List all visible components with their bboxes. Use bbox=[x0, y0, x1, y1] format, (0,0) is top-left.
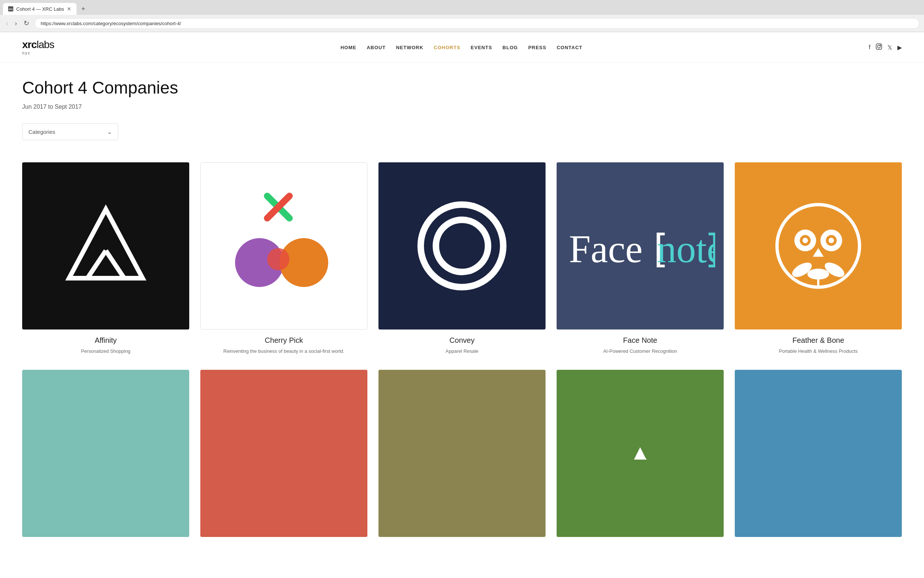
company-desc: Reinventing the business of beauty in a … bbox=[223, 347, 344, 355]
forward-button[interactable]: › bbox=[13, 18, 18, 29]
company-desc: Personalized Shopping bbox=[81, 347, 131, 355]
svg-point-1 bbox=[877, 45, 880, 48]
main-nav: HOME ABOUT NETWORK COHORTS EVENTS BLOG P… bbox=[340, 45, 583, 50]
svg-point-22 bbox=[803, 238, 808, 244]
bottom-card-4[interactable] bbox=[557, 370, 724, 537]
categories-label: Categories bbox=[29, 129, 55, 135]
companies-grid: Affinity Personalized Shopping bbox=[22, 162, 902, 355]
svg-line-5 bbox=[106, 250, 124, 278]
bottom-logo-5 bbox=[735, 370, 902, 537]
company-card-cherry-pick[interactable]: Cherry Pick Reinventing the business of … bbox=[200, 162, 367, 355]
company-card-feather-bone[interactable]: Feather & Bone Portable Health & Wellnes… bbox=[735, 162, 902, 355]
site-header: xrclabs nyc HOME ABOUT NETWORK COHORTS E… bbox=[0, 32, 924, 63]
twitter-icon[interactable]: 𝕏 bbox=[887, 44, 892, 51]
nav-press[interactable]: PRESS bbox=[528, 45, 546, 50]
company-name: Convey bbox=[450, 336, 474, 345]
svg-line-4 bbox=[87, 250, 106, 278]
bottom-logo-2 bbox=[200, 370, 367, 537]
company-name: Feather & Bone bbox=[793, 336, 844, 345]
instagram-icon[interactable] bbox=[875, 43, 882, 51]
company-name: Cherry Pick bbox=[265, 336, 303, 345]
svg-point-12 bbox=[436, 220, 488, 272]
convey-logo bbox=[379, 162, 545, 330]
svg-text:]: ] bbox=[702, 226, 715, 272]
browser-chrome: xrc Cohort 4 — XRC Labs ✕ + ‹ › ↻ https:… bbox=[0, 0, 924, 32]
youtube-icon[interactable]: ▶ bbox=[897, 44, 902, 51]
bottom-logo-3 bbox=[379, 370, 545, 537]
bottom-logo-4 bbox=[557, 370, 724, 537]
back-button[interactable]: ‹ bbox=[5, 18, 10, 29]
nav-home[interactable]: HOME bbox=[340, 45, 356, 50]
nav-network[interactable]: NETWORK bbox=[396, 45, 423, 50]
bottom-card-5[interactable] bbox=[735, 370, 902, 537]
reload-button[interactable]: ↻ bbox=[22, 18, 31, 29]
bottom-companies-row bbox=[22, 370, 902, 537]
bottom-card-2[interactable] bbox=[200, 370, 367, 537]
company-desc: Portable Health & Wellness Products bbox=[779, 347, 858, 355]
tab-favicon: xrc bbox=[8, 6, 13, 11]
logo[interactable]: xrclabs nyc bbox=[22, 40, 54, 55]
svg-rect-0 bbox=[876, 44, 882, 50]
new-tab-button[interactable]: + bbox=[78, 4, 88, 14]
bottom-logo-1 bbox=[22, 370, 189, 537]
logo-subtitle: nyc bbox=[22, 51, 31, 55]
tab-title: Cohort 4 — XRC Labs bbox=[16, 6, 64, 12]
address-bar: ‹ › ↻ https://www.xrclabs.com/category/e… bbox=[0, 15, 924, 32]
url-bar[interactable]: https://www.xrclabs.com/category/ecosyst… bbox=[34, 18, 919, 29]
company-card-face-note[interactable]: Face [ note ] Face Note AI-Powered Custo… bbox=[557, 162, 724, 355]
logo-text: xrclabs bbox=[22, 40, 54, 50]
tab-close-button[interactable]: ✕ bbox=[67, 6, 71, 12]
categories-dropdown[interactable]: Categories ⌄ bbox=[22, 123, 118, 140]
main-content: Cohort 4 Companies Jun 2017 to Sept 2017… bbox=[0, 63, 924, 552]
svg-point-10 bbox=[267, 248, 290, 270]
company-card-affinity[interactable]: Affinity Personalized Shopping bbox=[22, 162, 189, 355]
company-name: Face Note bbox=[623, 336, 657, 345]
featherbone-logo bbox=[735, 162, 902, 330]
affinity-logo bbox=[22, 162, 189, 330]
chevron-down-icon: ⌄ bbox=[107, 128, 112, 135]
svg-marker-3 bbox=[69, 209, 142, 278]
tab-bar: xrc Cohort 4 — XRC Labs ✕ + bbox=[0, 0, 924, 15]
social-icons: f 𝕏 ▶ bbox=[869, 43, 902, 51]
nav-blog[interactable]: BLOG bbox=[503, 45, 518, 50]
company-card-convey[interactable]: Convey Apparel Resale bbox=[379, 162, 545, 355]
company-name: Affinity bbox=[95, 336, 117, 345]
svg-point-2 bbox=[880, 45, 881, 45]
logo-light-text: labs bbox=[37, 39, 54, 50]
cherry-pick-logo bbox=[200, 162, 367, 330]
bottom-card-3[interactable] bbox=[379, 370, 545, 537]
page-title: Cohort 4 Companies bbox=[22, 78, 902, 97]
facebook-icon[interactable]: f bbox=[869, 44, 871, 51]
svg-marker-24 bbox=[813, 248, 824, 257]
facenote-logo: Face [ note ] bbox=[557, 162, 724, 330]
nav-events[interactable]: EVENTS bbox=[471, 45, 492, 50]
svg-point-23 bbox=[829, 238, 834, 244]
page: xrclabs nyc HOME ABOUT NETWORK COHORTS E… bbox=[0, 32, 924, 578]
nav-about[interactable]: ABOUT bbox=[367, 45, 385, 50]
page-subtitle: Jun 2017 to Sept 2017 bbox=[22, 104, 902, 110]
nav-cohorts[interactable]: COHORTS bbox=[434, 45, 461, 50]
company-desc: AI-Powered Customer Recognition bbox=[603, 347, 677, 355]
nav-contact[interactable]: CONTACT bbox=[557, 45, 583, 50]
bottom-card-1[interactable] bbox=[22, 370, 189, 537]
active-tab[interactable]: xrc Cohort 4 — XRC Labs ✕ bbox=[3, 3, 76, 15]
company-desc: Apparel Resale bbox=[446, 347, 479, 355]
svg-text:Face: Face bbox=[569, 228, 643, 271]
